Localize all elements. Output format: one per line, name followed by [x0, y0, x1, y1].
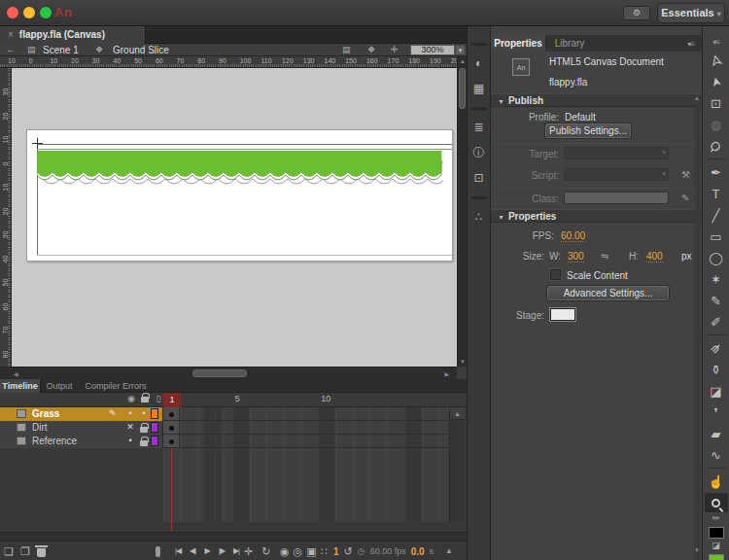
layer-lock-toggle[interactable]: • — [138, 408, 150, 418]
selection-tool[interactable]: ➤ — [705, 50, 728, 71]
workspace-switcher[interactable]: Essentials▾ — [657, 3, 725, 23]
keyframe-cell[interactable] — [163, 407, 180, 420]
polystar-tool[interactable]: ✶ — [705, 268, 728, 290]
stage-color-swatch[interactable] — [550, 308, 575, 321]
dock-grip[interactable] — [470, 107, 487, 110]
edit-symbols-icon[interactable]: ❖ — [367, 44, 375, 56]
ink-bottle-tool[interactable]: ⚱ — [705, 359, 728, 380]
pasteboard[interactable] — [12, 68, 457, 367]
width-tool[interactable]: ∿ — [705, 444, 728, 466]
minimize-window-button[interactable] — [23, 7, 35, 18]
zoom-tool[interactable] — [705, 493, 728, 512]
timeline-horizontal-scroll-track[interactable] — [0, 532, 467, 541]
tab-timeline[interactable]: Timeline — [0, 379, 41, 393]
center-frame-icon[interactable]: ✛ — [244, 546, 253, 557]
layer-name-cell[interactable]: Grass✎•• — [0, 407, 163, 421]
close-window-button[interactable] — [7, 7, 18, 18]
layer-outline-color-chip[interactable] — [151, 422, 158, 433]
stage-zoom-input[interactable]: 300% — [410, 45, 455, 55]
motion-presets-panel-icon[interactable]: ∴ — [467, 205, 491, 230]
layer-row-reference[interactable]: Reference• — [0, 435, 449, 448]
link-dimensions-icon[interactable]: ⇋ — [601, 251, 608, 262]
target-dropdown[interactable]: ▾ — [564, 147, 669, 159]
lock-all-layers-icon[interactable] — [139, 394, 151, 402]
lasso-tool[interactable]: Ϙ — [705, 135, 728, 157]
stage-vertical-scrollbar[interactable]: ▲ ▼ — [457, 56, 467, 367]
step-forward-icon[interactable]: |▶ — [215, 547, 228, 555]
timeline-scroll-up-icon[interactable]: ▲ — [450, 407, 465, 420]
step-back-icon[interactable]: ◀| — [186, 547, 199, 555]
delete-layer-icon[interactable] — [37, 548, 46, 557]
eyedropper-tool[interactable]: ❜ — [705, 402, 728, 423]
edit-scene-icon[interactable]: ▤ — [342, 44, 351, 56]
publish-settings-button[interactable]: Publish Settings... — [545, 123, 631, 138]
free-transform-tool[interactable]: ⊡ — [705, 92, 728, 114]
sync-settings-icon[interactable]: ⚙ — [623, 6, 650, 20]
class-edit-pencil-icon[interactable]: ✎ — [681, 192, 689, 203]
bone-tool[interactable]: ⋔ — [705, 337, 728, 359]
grass-artwork[interactable] — [37, 151, 443, 192]
loop-playback-icon[interactable]: ↺ — [344, 546, 353, 557]
hand-tool[interactable]: ☝ — [705, 471, 728, 492]
layer-outline-color-chip[interactable] — [151, 408, 158, 419]
transform-panel-icon[interactable]: ⊡ — [467, 166, 491, 192]
modify-markers-icon[interactable]: ∷ — [321, 546, 328, 557]
scroll-up-icon[interactable]: ▲ — [460, 58, 466, 64]
class-input[interactable] — [564, 192, 669, 204]
dock-grip[interactable] — [470, 196, 487, 199]
new-layer-icon[interactable]: ❏ — [4, 546, 14, 557]
pencil-tool[interactable]: ✎ — [705, 290, 728, 311]
advanced-settings-button[interactable]: Advanced Settings... — [547, 286, 669, 300]
layer-visibility-toggle[interactable]: • — [124, 436, 136, 445]
align-panel-icon[interactable]: ≣ — [467, 116, 491, 141]
layer-outline-color-chip[interactable] — [151, 436, 158, 446]
layer-name-cell[interactable]: Dirt✕ — [0, 421, 163, 435]
layer-visibility-toggle[interactable]: • — [124, 408, 136, 418]
breadcrumb-scene[interactable]: Scene 1 — [43, 44, 79, 56]
width-value[interactable]: 300 — [568, 251, 584, 262]
color-panel-icon[interactable]: ◐ — [467, 52, 491, 77]
layer-row-dirt[interactable]: Dirt✕ — [0, 421, 449, 435]
tools-panel-menu-icon[interactable]: ▾≡ — [712, 38, 719, 47]
resize-timeline-view-icon[interactable]: ▲ — [445, 547, 453, 555]
timeline-vertical-scrollbar[interactable]: ▲ — [449, 407, 464, 522]
layer-row-grass[interactable]: Grass✎•• — [0, 407, 449, 421]
paint-bucket-tool[interactable]: ◪ — [705, 380, 728, 402]
outline-all-layers-icon[interactable]: ▯ — [153, 394, 164, 403]
panel-scroll-down-icon[interactable]: ▼ — [694, 547, 700, 553]
fps-display[interactable]: 60.00 fps — [370, 546, 406, 556]
rectangle-tool[interactable]: ▭ — [705, 226, 728, 247]
edit-multiple-frames-icon[interactable]: ▣ — [306, 546, 316, 557]
scroll-down-icon[interactable]: ▼ — [460, 359, 466, 365]
info-panel-icon[interactable]: ⓘ — [467, 141, 491, 166]
close-tab-icon[interactable]: × — [8, 29, 14, 40]
swatches-panel-icon[interactable]: ▦ — [467, 77, 491, 102]
document-tab[interactable]: ×flappy.fla (Canvas) — [0, 26, 146, 44]
subselection-tool[interactable]: ➤ — [705, 71, 728, 92]
stroke-color-swatch[interactable] — [709, 527, 724, 539]
line-tool[interactable]: ╱ — [705, 204, 728, 226]
script-settings-wrench-icon[interactable]: ⚒ — [681, 169, 690, 180]
loop-icon[interactable]: ↻ — [261, 546, 270, 557]
tab-properties[interactable]: Properties — [491, 35, 546, 52]
new-folder-icon[interactable]: ❐ — [20, 546, 30, 557]
oval-tool[interactable]: ◯ — [705, 247, 728, 268]
zoom-window-button[interactable] — [40, 7, 52, 18]
horizontal-scroll-thumb[interactable] — [192, 369, 247, 377]
stage-horizontal-scrollbar[interactable]: ◀ ▶ — [0, 367, 457, 379]
go-to-last-frame-icon[interactable]: ▶| — [229, 547, 243, 555]
scale-content-checkbox[interactable] — [550, 269, 561, 280]
panel-scroll-up-icon[interactable]: ▲ — [694, 95, 700, 101]
properties-section-header[interactable]: ▼Properties — [491, 209, 702, 223]
stage-canvas[interactable] — [26, 129, 453, 262]
tab-library[interactable]: Library — [546, 35, 593, 52]
script-dropdown[interactable]: ▾ — [564, 168, 669, 181]
tab-output[interactable]: Output — [41, 379, 78, 393]
publish-section-header[interactable]: ▼Publish — [491, 93, 702, 107]
vertical-scroll-thumb[interactable] — [459, 68, 466, 109]
pen-tool[interactable]: ✒ — [705, 161, 728, 183]
panel-menu-icon[interactable]: ▾≡ — [687, 40, 694, 49]
play-icon[interactable]: ▶ — [200, 547, 214, 555]
show-hide-all-layers-icon[interactable]: ◉ — [125, 394, 137, 403]
layer-visibility-toggle[interactable]: ✕ — [124, 422, 136, 432]
